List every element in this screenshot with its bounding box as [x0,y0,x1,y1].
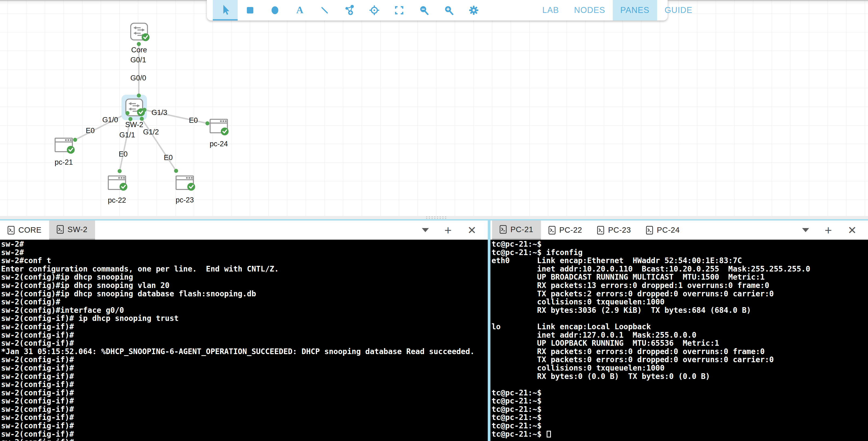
interface-label: G0/1 [130,56,146,64]
select-tool-button[interactable] [213,0,238,21]
topology-canvas[interactable]: Core SW-2 pc-21 pc-22 [0,0,868,216]
terminal-line: sw-2(config-if)# [1,380,488,389]
terminal-tab-label: SW-2 [67,225,88,234]
link-endpoint-dot [73,138,77,142]
terminal-line: collisions:0 txqueuelen:1000 [492,364,868,372]
terminal-line: tc@pc-21:~$ [492,240,868,248]
add-terminal-button[interactable]: + [825,224,832,236]
pane-menu-caret-icon[interactable] [802,228,809,232]
zoom-in-tool-button[interactable] [436,0,461,21]
status-ok-badge [67,146,75,154]
interface-label: E0 [86,127,95,135]
app-window: Core SW-2 pc-21 pc-22 [0,0,868,441]
nav-tab-panes[interactable]: PANES [613,0,657,21]
right-pane-controls: + ✕ [802,220,868,240]
status-ok-badge [221,128,229,135]
terminal-line: sw-2(config-if)# [1,397,488,405]
terminal-icon [7,226,14,235]
zoom-out-icon [418,4,430,16]
terminal-line: sw-2(config-if)# [1,430,488,439]
target-icon [368,4,380,16]
terminal-line: sw-2(config-if)# [1,331,488,340]
gear-icon [468,4,479,16]
topology-svg: Core SW-2 pc-21 pc-22 [0,0,868,216]
terminal-icon [597,226,604,235]
terminal-line: RX bytes:0 (0.0 B) TX bytes:0 (0.0 B) [492,372,868,381]
right-terminal-pane: PC-21 PC-22 PC-23 PC-24 + ✕ tc@pc-21:~$t… [491,220,868,441]
terminal-line: tc@pc-21:~$ [492,413,868,422]
terminal-tab-pc-21[interactable]: PC-21 [492,220,541,240]
terminal-line: tc@pc-21:~$ [492,430,868,439]
terminal-line: sw-2(config-if)# [1,364,488,372]
horizontal-splitter[interactable] [0,216,868,219]
terminal-line: sw-2(config)#ip dhcp snooping database f… [1,290,488,298]
switch-terminal-output[interactable]: sw-2#sw-2#sw-2#conf tEnter configuration… [0,240,488,441]
terminal-cursor [547,431,551,438]
terminal-line: sw-2(config-if)# [1,339,488,348]
node-label: pc-24 [210,140,228,148]
terminal-line: sw-2(config)# [1,298,488,306]
nav-tab-nodes[interactable]: NODES [567,0,613,21]
terminal-tab-label: PC-21 [510,225,533,234]
add-link-tool-button[interactable] [337,0,362,21]
close-pane-button[interactable]: ✕ [467,225,476,236]
nav-tab-lab[interactable]: LAB [535,0,567,21]
terminal-line: TX packets:0 errors:0 dropped:0 overruns… [492,356,868,364]
link-endpoint-dot [118,169,122,173]
terminal-line: tc@pc-21:~$ [492,405,868,414]
terminal-line: sw-2# [1,248,488,257]
terminal-line: TX packets:2 errors:0 dropped:0 overruns… [492,290,868,298]
cursor-icon [219,4,231,15]
add-terminal-button[interactable]: + [444,224,452,236]
left-terminal-pane: CORE SW-2 + ✕ sw-2#sw-2#sw-2#conf tEnter… [0,220,488,441]
tool-group: A [213,0,486,21]
terminal-line: RX bytes:3036 (2.9 KiB) TX bytes:684 (68… [492,306,868,315]
status-ok-badge [120,183,127,191]
target-tool-button[interactable] [362,0,387,21]
interface-label: E0 [189,116,198,125]
terminal-icon [549,226,556,235]
terminal-tab-sw-2[interactable]: SW-2 [49,220,95,240]
link-endpoint-dot [140,117,144,121]
rectangle-tool-button[interactable] [238,0,262,21]
terminal-tab-core[interactable]: CORE [0,220,49,240]
fullscreen-tool-button[interactable] [387,0,411,21]
terminal-tab-label: CORE [19,226,41,235]
nav-tabs: LAB NODES PANES GUIDE [535,0,700,21]
node-label: pc-23 [176,196,194,204]
terminal-line: sw-2(config-if)# [1,323,488,331]
terminal-tab-pc-22[interactable]: PC-22 [541,220,590,240]
close-pane-button[interactable]: ✕ [847,225,857,236]
topology-link[interactable] [142,119,176,171]
terminal-line [492,314,868,323]
pc-terminal-output[interactable]: tc@pc-21:~$tc@pc-21:~$ ifconfigeth0 Link… [491,240,868,441]
terminal-line: sw-2(config)#ip dhcp snooping vlan 20 [1,281,488,290]
terminal-line [492,380,868,389]
status-ok-badge [187,183,195,191]
topology-graph: Core SW-2 pc-21 pc-22 [0,0,868,217]
ellipse-tool-button[interactable] [262,0,287,21]
terminal-line: UP LOOPBACK RUNNING MTU:65536 Metric:1 [492,339,868,348]
settings-tool-button[interactable] [461,0,486,21]
terminal-line: *Jan 31 05:15:52.064: %DHCP_SNOOPING-6-A… [1,348,488,356]
link-endpoint-dot [143,108,147,112]
terminal-line: sw-2(config-if)# ip dhcp snooping trust [1,314,488,323]
splitter-drag-handle[interactable] [426,216,448,219]
interface-label: E0 [119,150,127,158]
terminal-line: inet addr:10.20.0.110 Bcast:10.20.0.255 … [492,265,868,273]
pane-vertical-divider[interactable] [488,220,491,441]
terminal-tab-pc-24[interactable]: PC-24 [639,220,687,240]
terminal-tab-label: PC-24 [657,226,680,235]
node-label: pc-22 [108,196,126,204]
square-icon [244,4,256,16]
line-tool-button[interactable] [312,0,337,21]
text-tool-button[interactable]: A [287,0,312,21]
pane-menu-caret-icon[interactable] [422,228,429,232]
node-label: SW-2 [125,121,143,129]
terminal-line: Enter configuration commands, one per li… [1,265,488,273]
nav-tab-guide[interactable]: GUIDE [657,0,700,21]
terminal-tab-pc-23[interactable]: PC-23 [590,220,639,240]
terminal-line: RX packets:0 errors:0 dropped:0 overruns… [492,348,868,356]
zoom-out-tool-button[interactable] [411,0,436,21]
terminal-line: tc@pc-21:~$ [492,397,868,405]
